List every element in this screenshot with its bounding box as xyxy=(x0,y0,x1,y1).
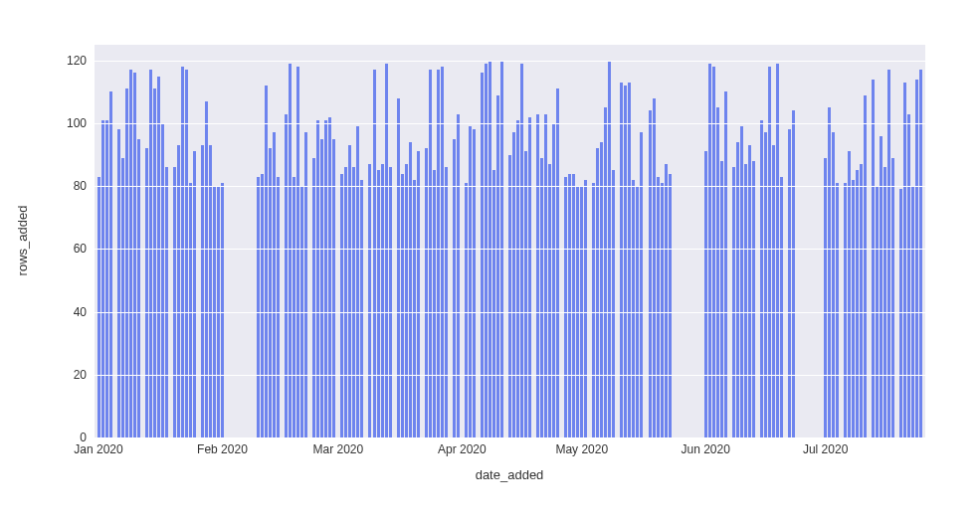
x-axis-label: date_added xyxy=(476,467,544,482)
bar xyxy=(604,107,607,437)
bar xyxy=(405,164,408,437)
bar xyxy=(864,95,867,437)
bar xyxy=(540,158,543,437)
bar xyxy=(173,167,176,437)
bar xyxy=(109,91,112,437)
bar xyxy=(492,170,495,437)
bar xyxy=(185,70,188,437)
bar xyxy=(661,183,664,437)
bar xyxy=(592,183,595,437)
gridline xyxy=(95,437,925,438)
bar xyxy=(481,73,484,437)
bar xyxy=(584,180,587,437)
bar xyxy=(209,145,212,437)
bar xyxy=(536,114,539,437)
bar xyxy=(524,151,527,437)
bar xyxy=(883,167,886,437)
bar xyxy=(413,180,416,437)
bar xyxy=(915,80,918,437)
bar xyxy=(177,145,180,437)
bar xyxy=(624,86,627,437)
bar xyxy=(125,88,128,437)
bar xyxy=(320,139,323,437)
y-axis-label: rows_added xyxy=(15,206,30,276)
bar xyxy=(836,183,839,437)
bar xyxy=(744,164,747,437)
gridline xyxy=(95,123,925,124)
bar xyxy=(377,170,380,437)
gridline xyxy=(95,61,925,62)
y-tick-label: 40 xyxy=(47,305,87,319)
bar xyxy=(101,120,104,437)
bar xyxy=(360,180,363,437)
bar xyxy=(516,120,519,437)
bar xyxy=(437,70,440,437)
bar xyxy=(792,110,795,437)
bar xyxy=(596,148,599,437)
bar xyxy=(401,174,404,437)
x-tick-label: Jun 2020 xyxy=(682,442,730,456)
y-tick-label: 100 xyxy=(47,116,87,130)
bar xyxy=(465,183,468,437)
bar xyxy=(368,164,371,437)
bar xyxy=(887,70,890,437)
gridline xyxy=(95,186,925,187)
bar xyxy=(445,167,448,437)
bar xyxy=(564,177,567,437)
bar xyxy=(844,183,847,437)
bar xyxy=(385,64,388,437)
bar xyxy=(552,123,555,437)
bar xyxy=(828,107,831,437)
bar xyxy=(496,95,499,437)
bar xyxy=(425,148,428,437)
bar xyxy=(669,174,672,437)
y-tick-label: 80 xyxy=(47,179,87,193)
bar xyxy=(544,114,547,437)
bar xyxy=(157,77,160,437)
bar xyxy=(856,170,859,437)
bar xyxy=(373,70,376,437)
bar xyxy=(508,155,511,437)
bar xyxy=(145,148,148,437)
bar xyxy=(612,170,615,437)
bar xyxy=(485,64,488,437)
bar xyxy=(907,114,910,437)
bar xyxy=(649,110,652,437)
bar xyxy=(620,83,623,437)
bar xyxy=(752,161,755,437)
bar xyxy=(740,126,743,437)
bar xyxy=(628,83,631,437)
x-tick-label: Apr 2020 xyxy=(438,442,487,456)
bar xyxy=(852,180,855,437)
bar xyxy=(568,174,571,437)
bar xyxy=(724,91,727,437)
bar xyxy=(704,151,707,437)
bar xyxy=(273,132,276,437)
bar xyxy=(397,98,400,437)
bar xyxy=(312,158,315,437)
bar xyxy=(117,129,120,437)
bar xyxy=(473,129,476,437)
x-tick-label: Jul 2020 xyxy=(803,442,848,456)
bar xyxy=(548,164,551,437)
bar xyxy=(201,145,204,437)
bar xyxy=(417,151,420,437)
bar xyxy=(293,177,295,437)
bar xyxy=(748,145,751,437)
bar xyxy=(520,64,523,437)
bar xyxy=(657,177,660,437)
gridline xyxy=(95,249,925,250)
bar xyxy=(153,88,156,437)
bar xyxy=(457,114,460,437)
bar xyxy=(720,161,723,437)
bar xyxy=(332,139,335,437)
bar xyxy=(161,123,164,437)
bar xyxy=(469,126,472,437)
bar xyxy=(257,177,260,437)
bar xyxy=(708,64,711,437)
bar xyxy=(528,117,531,437)
bar xyxy=(776,64,779,437)
bar xyxy=(205,101,208,437)
bar xyxy=(269,148,272,437)
bar xyxy=(632,180,635,437)
